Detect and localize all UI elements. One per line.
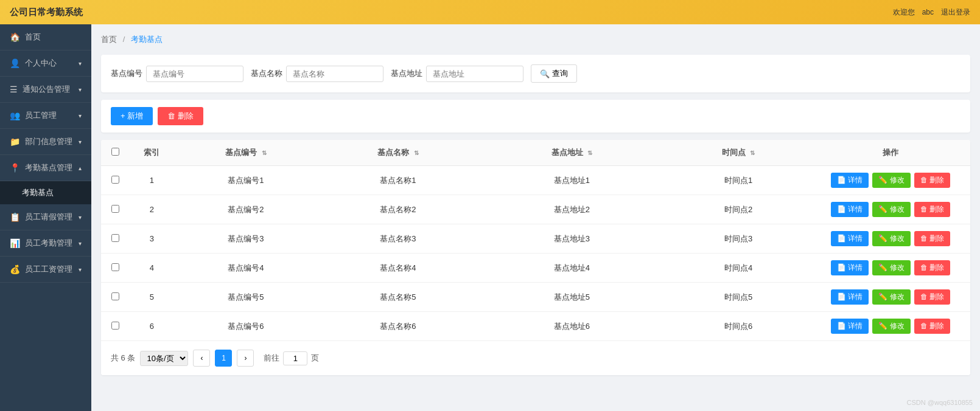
field-name: 基点名称: [251, 66, 383, 82]
main-content: 首页 / 考勤基点 基点编号 基点名称 基点地址 🔍 查询: [91, 24, 980, 411]
sidebar-item-salary[interactable]: 💰 员工工资管理 ▾: [0, 257, 91, 283]
row-delete-button[interactable]: 🗑 删除: [914, 231, 950, 246]
header-right: 欢迎您 abc 退出登录: [893, 7, 970, 18]
th-name[interactable]: 基点名称 ⇅: [318, 140, 478, 166]
edit-button[interactable]: ✏️ 修改: [872, 289, 910, 305]
sidebar-item-personal[interactable]: 👤 个人中心 ▾: [0, 50, 91, 77]
sidebar-item-kaoqin-jidian[interactable]: 考勤基点: [0, 181, 91, 204]
prev-page-button[interactable]: ‹: [193, 350, 210, 367]
select-all-checkbox[interactable]: [111, 148, 119, 156]
search-input-addr[interactable]: [426, 66, 523, 82]
header-welcome: 欢迎您: [893, 7, 915, 18]
th-addr[interactable]: 基点地址 ⇅: [478, 140, 666, 166]
cell-time: 时间点3: [666, 224, 811, 254]
edit-button[interactable]: ✏️ 修改: [872, 260, 910, 275]
breadcrumb-current: 考勤基点: [131, 35, 163, 44]
chevron-down-icon5: ▾: [79, 214, 82, 221]
row-checkbox[interactable]: [111, 205, 119, 213]
sidebar-item-attendance-base[interactable]: 📍 考勤基点管理 ▴: [0, 155, 91, 181]
trash-icon: 🗑: [920, 176, 928, 184]
detail-button[interactable]: 📄 详情: [831, 202, 869, 217]
breadcrumb-sep: /: [123, 35, 125, 44]
sidebar-item-dept[interactable]: 📁 部门信息管理 ▾: [0, 129, 91, 155]
leave-icon: 📋: [10, 212, 20, 222]
row-checkbox[interactable]: [111, 263, 119, 271]
action-bar: + 新增 🗑 删除: [101, 100, 970, 133]
add-button[interactable]: + 新增: [111, 107, 153, 125]
page-1-button[interactable]: 1: [215, 350, 232, 367]
cell-time: 时间点4: [666, 254, 811, 283]
cell-checkbox: [101, 195, 130, 224]
edit-button[interactable]: ✏️ 修改: [872, 202, 910, 217]
detail-button[interactable]: 📄 详情: [831, 173, 869, 188]
cell-index: 5: [130, 283, 173, 312]
sidebar-item-employee[interactable]: 👥 员工管理 ▾: [0, 103, 91, 129]
th-code[interactable]: 基点编号 ⇅: [173, 140, 318, 166]
person-icon: 👤: [10, 58, 20, 68]
sidebar-item-home[interactable]: 🏠 首页: [0, 24, 91, 50]
cell-checkbox: [101, 224, 130, 254]
app-header: 公司日常考勤系统 欢迎您 abc 退出登录: [0, 0, 980, 24]
row-checkbox[interactable]: [111, 234, 119, 242]
next-page-button[interactable]: ›: [237, 350, 254, 367]
row-delete-button[interactable]: 🗑 删除: [914, 289, 950, 305]
search-input-name[interactable]: [286, 66, 383, 82]
search-button[interactable]: 🔍 查询: [531, 64, 577, 83]
row-delete-button[interactable]: 🗑 删除: [914, 202, 950, 217]
chevron-down-icon: ▾: [79, 60, 82, 67]
edit-icon: ✏️: [878, 322, 887, 330]
goto-input[interactable]: [283, 351, 307, 365]
th-ops: 操作: [811, 140, 970, 166]
sidebar: 🏠 首页 👤 个人中心 ▾ ☰ 通知公告管理 ▾ 👥 员工管理 ▾ 📁 部门信息…: [0, 24, 91, 411]
table-row: 6 基点编号6 基点名称6 基点地址6 时间点6 📄 详情 ✏️ 修改 🗑 删除: [101, 312, 970, 341]
row-checkbox[interactable]: [111, 292, 119, 300]
row-delete-button[interactable]: 🗑 删除: [914, 319, 950, 334]
edit-button[interactable]: ✏️ 修改: [872, 231, 910, 246]
breadcrumb-home[interactable]: 首页: [101, 35, 117, 44]
detail-button[interactable]: 📄 详情: [831, 260, 869, 275]
cell-checkbox: [101, 312, 130, 341]
watermark: CSDN @wqq6310855: [907, 399, 973, 406]
notice-icon: ☰: [10, 85, 18, 94]
th-time[interactable]: 时间点 ⇅: [666, 140, 811, 166]
cell-code: 基点编号3: [173, 224, 318, 254]
cell-time: 时间点6: [666, 312, 811, 341]
row-checkbox[interactable]: [111, 176, 119, 184]
row-checkbox[interactable]: [111, 322, 119, 330]
edit-icon: ✏️: [878, 176, 887, 184]
label-code: 基点编号: [111, 68, 142, 79]
cell-addr: 基点地址3: [478, 224, 666, 254]
batch-delete-button[interactable]: 🗑 删除: [158, 107, 203, 125]
row-delete-button[interactable]: 🗑 删除: [914, 173, 950, 188]
sidebar-item-attendance[interactable]: 📊 员工考勤管理 ▾: [0, 230, 91, 257]
cell-addr: 基点地址2: [478, 195, 666, 224]
cell-time: 时间点5: [666, 283, 811, 312]
row-delete-button[interactable]: 🗑 删除: [914, 260, 950, 275]
label-addr: 基点地址: [391, 68, 422, 79]
detail-button[interactable]: 📄 详情: [831, 231, 869, 246]
cell-ops: 📄 详情 ✏️ 修改 🗑 删除: [811, 166, 970, 195]
edit-icon: ✏️: [878, 292, 887, 301]
table-header-row: 索引 基点编号 ⇅ 基点名称 ⇅ 基点地址 ⇅ 时间点 ⇅ 操作: [101, 140, 970, 166]
sidebar-item-leave[interactable]: 📋 员工请假管理 ▾: [0, 204, 91, 230]
logout-button[interactable]: 退出登录: [941, 7, 970, 18]
detail-button[interactable]: 📄 详情: [831, 289, 869, 305]
detail-icon: 📄: [837, 263, 846, 272]
cell-code: 基点编号6: [173, 312, 318, 341]
detail-icon: 📄: [837, 205, 846, 213]
edit-button[interactable]: ✏️ 修改: [872, 173, 910, 188]
sidebar-label-dept: 部门信息管理: [25, 136, 72, 147]
data-table: 索引 基点编号 ⇅ 基点名称 ⇅ 基点地址 ⇅ 时间点 ⇅ 操作 1 基点编号1…: [101, 140, 970, 340]
cell-addr: 基点地址1: [478, 166, 666, 195]
main-layout: 🏠 首页 👤 个人中心 ▾ ☰ 通知公告管理 ▾ 👥 员工管理 ▾ 📁 部门信息…: [0, 24, 980, 411]
table-row: 1 基点编号1 基点名称1 基点地址1 时间点1 📄 详情 ✏️ 修改 🗑 删除: [101, 166, 970, 195]
employee-icon: 👥: [10, 111, 20, 120]
edit-button[interactable]: ✏️ 修改: [872, 319, 910, 334]
cell-code: 基点编号1: [173, 166, 318, 195]
sidebar-item-notice[interactable]: ☰ 通知公告管理 ▾: [0, 77, 91, 103]
page-size-select[interactable]: 10条/页 20条/页 50条/页: [140, 351, 188, 366]
cell-checkbox: [101, 254, 130, 283]
search-input-code[interactable]: [146, 66, 243, 82]
detail-button[interactable]: 📄 详情: [831, 319, 869, 334]
location-icon: 📍: [10, 163, 20, 173]
